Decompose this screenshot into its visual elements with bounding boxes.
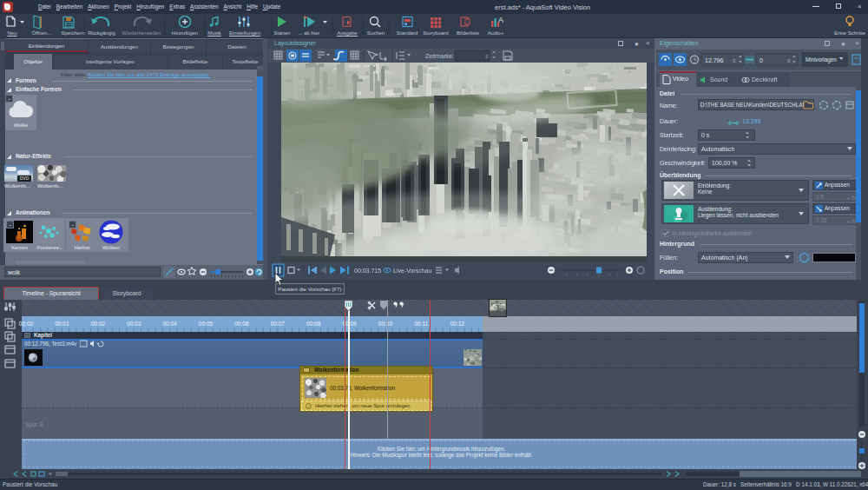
svg-text:00:12: 00:12 [450, 321, 465, 327]
svg-text:00:06: 00:06 [234, 321, 249, 327]
svg-text:00:11: 00:11 [415, 321, 429, 327]
svg-text:00:05: 00:05 [199, 321, 214, 327]
svg-text:00:04: 00:04 [162, 321, 177, 327]
svg-text:Live-Vorschau: Live-Vorschau [393, 268, 431, 274]
svg-text:00:00: 00:00 [19, 321, 34, 327]
svg-text:00:07: 00:07 [271, 321, 286, 327]
svg-text:00:02: 00:02 [91, 321, 106, 327]
svg-text:s: s [787, 57, 791, 63]
svg-text:00:08: 00:08 [306, 321, 321, 327]
svg-text:00:01: 00:01 [55, 321, 69, 327]
svg-text:00:10: 00:10 [378, 321, 393, 327]
svg-text:A: A [498, 16, 503, 24]
svg-text:Zeitmarke:: Zeitmarke: [425, 53, 454, 59]
svg-text:00:03: 00:03 [127, 321, 141, 327]
svg-text:Minivorlagen: Minivorlagen [806, 56, 837, 63]
svg-text:0: 0 [760, 57, 763, 63]
svg-text:s: s [733, 57, 736, 63]
svg-text:00:03.715: 00:03.715 [354, 268, 381, 274]
svg-text:s: s [485, 53, 489, 59]
svg-text:12.796: 12.796 [705, 57, 724, 63]
